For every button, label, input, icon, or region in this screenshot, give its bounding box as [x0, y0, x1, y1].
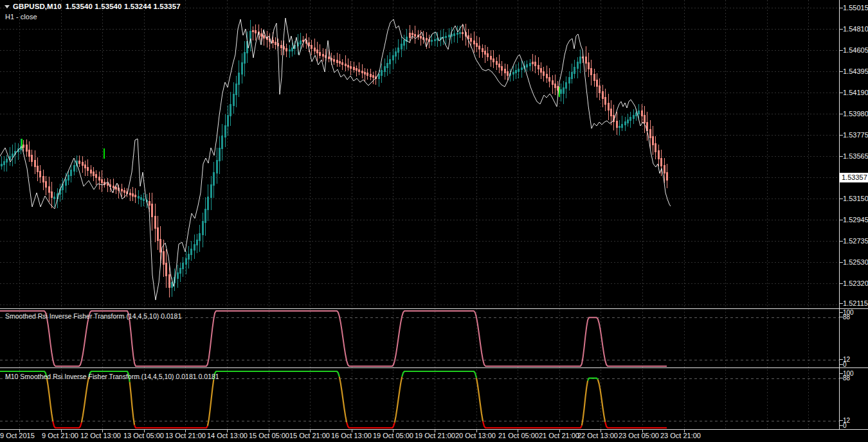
indicator-pane-1[interactable] [0, 309, 839, 367]
chart-window: GBPUSD,M101.53540 1.53540 1.53244 1.5335… [0, 0, 868, 442]
chart-menu-triangle-icon[interactable] [5, 5, 10, 8]
main-chart-pane[interactable] [0, 0, 839, 308]
time-scale[interactable] [0, 429, 868, 442]
current-price-tag: 1.53357 [840, 173, 868, 182]
indicator-pane-2[interactable] [0, 368, 839, 429]
price-scale[interactable] [839, 0, 868, 429]
